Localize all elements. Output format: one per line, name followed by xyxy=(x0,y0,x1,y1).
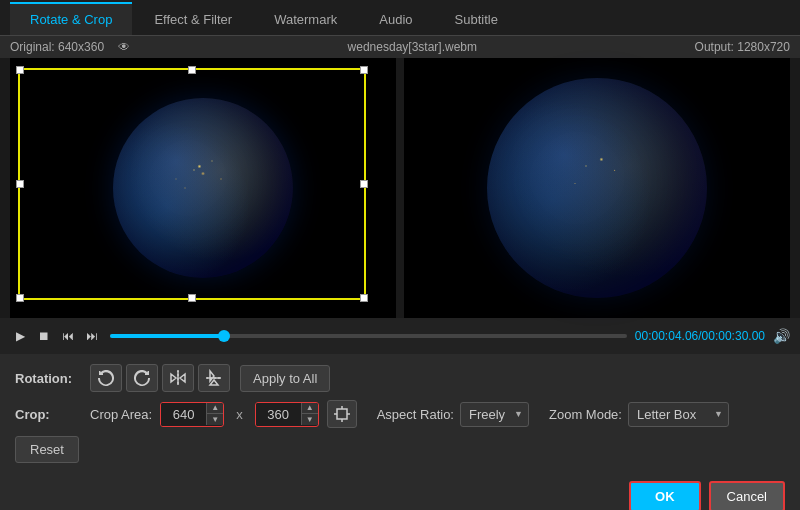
crop-area-label: Crop Area: xyxy=(90,407,152,422)
video-panel-right xyxy=(404,58,790,318)
progress-track[interactable] xyxy=(110,334,627,338)
cancel-button[interactable]: Cancel xyxy=(709,481,785,510)
crop-overlay[interactable] xyxy=(18,68,366,300)
next-frame-button[interactable]: ⏭ xyxy=(82,326,102,346)
tab-audio[interactable]: Audio xyxy=(359,2,432,35)
timeline-bar: ▶ ⏹ ⏮ ⏭ 00:00:04.06/00:00:30.00 🔊 xyxy=(0,318,800,354)
filename: wednesday[3star].webm xyxy=(348,40,477,54)
progress-fill xyxy=(110,334,224,338)
center-crop-button[interactable] xyxy=(327,400,357,428)
zoom-mode-select[interactable]: Letter Box Pan & Scan Full xyxy=(628,402,729,427)
progress-thumb[interactable] xyxy=(218,330,230,342)
rotation-label: Rotation: xyxy=(15,371,80,386)
crop-handle-bm[interactable] xyxy=(188,294,196,302)
total-time: 00:00:30.00 xyxy=(702,329,765,343)
dimension-separator: x xyxy=(236,407,243,422)
svg-rect-2 xyxy=(337,409,347,419)
height-decrement-button[interactable]: ▼ xyxy=(302,414,318,425)
width-decrement-button[interactable]: ▼ xyxy=(207,414,223,425)
zoom-mode-group: Zoom Mode: Letter Box Pan & Scan Full xyxy=(549,402,729,427)
crop-label: Crop: xyxy=(15,407,80,422)
reset-button[interactable]: Reset xyxy=(15,436,79,463)
tab-bar: Rotate & Crop Effect & Filter Watermark … xyxy=(0,0,800,36)
crop-handle-tm[interactable] xyxy=(188,66,196,74)
rotation-row: Rotation: xyxy=(15,364,785,392)
crop-handle-mr[interactable] xyxy=(360,180,368,188)
crop-handle-tr[interactable] xyxy=(360,66,368,74)
width-spinners: ▲ ▼ xyxy=(206,403,223,425)
tab-subtitle[interactable]: Subtitle xyxy=(435,2,518,35)
zoom-mode-label: Zoom Mode: xyxy=(549,407,622,422)
prev-frame-button[interactable]: ⏮ xyxy=(58,326,78,346)
zoom-mode-select-wrapper: Letter Box Pan & Scan Full xyxy=(628,402,729,427)
crop-width-input-group: ▲ ▼ xyxy=(160,402,224,427)
ok-button[interactable]: OK xyxy=(629,481,701,510)
aspect-ratio-group: Aspect Ratio: Freely 16:9 4:3 1:1 xyxy=(377,402,529,427)
crop-height-input[interactable] xyxy=(256,403,301,426)
crop-area-controls: Crop Area: ▲ ▼ x ▲ ▼ xyxy=(90,400,357,428)
play-controls: ▶ ⏹ ⏮ ⏭ xyxy=(10,326,102,346)
original-resolution: Original: 640x360 xyxy=(10,40,104,54)
height-spinners: ▲ ▼ xyxy=(301,403,318,425)
flip-horizontal-button[interactable] xyxy=(162,364,194,392)
crop-row: Crop: Crop Area: ▲ ▼ x ▲ ▼ xyxy=(15,400,785,428)
preview-area xyxy=(0,58,800,318)
output-resolution: Output: 1280x720 xyxy=(695,40,790,54)
video-panel-left xyxy=(10,58,396,318)
volume-icon[interactable]: 🔊 xyxy=(773,328,790,344)
flip-vertical-button[interactable] xyxy=(198,364,230,392)
tab-effect-filter[interactable]: Effect & Filter xyxy=(134,2,252,35)
crop-height-input-group: ▲ ▼ xyxy=(255,402,319,427)
aspect-ratio-select-wrapper: Freely 16:9 4:3 1:1 xyxy=(460,402,529,427)
action-buttons: OK Cancel xyxy=(0,473,800,510)
earth-globe-right xyxy=(487,78,707,298)
eye-icon[interactable]: 👁 xyxy=(118,40,130,54)
play-button[interactable]: ▶ xyxy=(10,326,30,346)
rotate-cw-button[interactable] xyxy=(126,364,158,392)
rotation-buttons xyxy=(90,364,230,392)
crop-handle-bl[interactable] xyxy=(16,294,24,302)
controls-area: Rotation: xyxy=(0,354,800,473)
reset-row: Reset xyxy=(15,436,785,463)
tab-rotate-crop[interactable]: Rotate & Crop xyxy=(10,2,132,35)
rotate-ccw-button[interactable] xyxy=(90,364,122,392)
apply-to-all-button[interactable]: Apply to All xyxy=(240,365,330,392)
crop-handle-tl[interactable] xyxy=(16,66,24,74)
aspect-ratio-label: Aspect Ratio: xyxy=(377,407,454,422)
panel-separator xyxy=(398,58,402,318)
crop-handle-ml[interactable] xyxy=(16,180,24,188)
stop-button[interactable]: ⏹ xyxy=(34,326,54,346)
width-increment-button[interactable]: ▲ xyxy=(207,403,223,414)
info-bar: Original: 640x360 👁 wednesday[3star].web… xyxy=(0,36,800,58)
crop-width-input[interactable] xyxy=(161,403,206,426)
height-increment-button[interactable]: ▲ xyxy=(302,403,318,414)
aspect-ratio-select[interactable]: Freely 16:9 4:3 1:1 xyxy=(460,402,529,427)
tab-watermark[interactable]: Watermark xyxy=(254,2,357,35)
crop-handle-br[interactable] xyxy=(360,294,368,302)
current-time: 00:00:04.06 xyxy=(635,329,698,343)
time-display: 00:00:04.06/00:00:30.00 xyxy=(635,329,765,343)
